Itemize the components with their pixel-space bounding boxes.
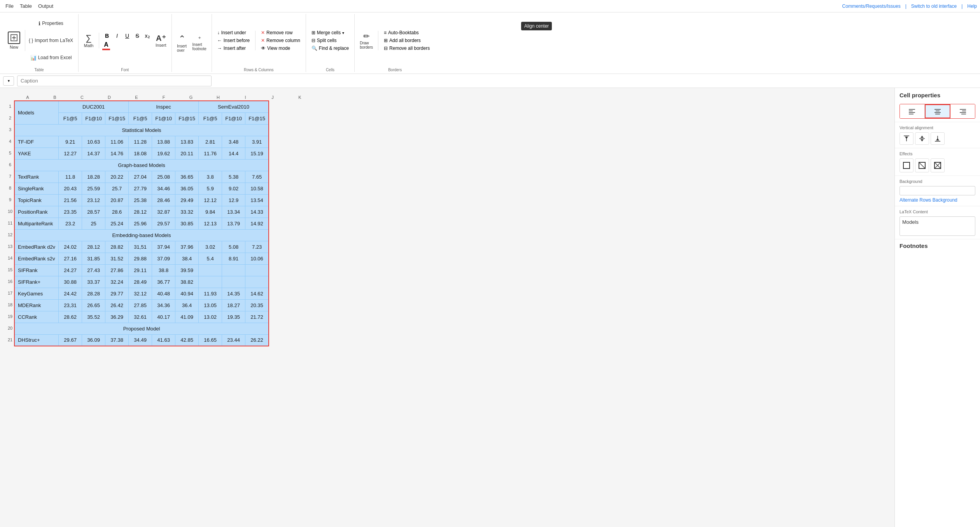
table-cell[interactable]: 28.82: [105, 241, 129, 253]
table-cell[interactable]: F1@5: [199, 112, 222, 124]
table-cell[interactable]: 3.48: [222, 136, 245, 148]
nav-file[interactable]: File: [3, 2, 16, 10]
align-center-btn[interactable]: [925, 104, 951, 118]
table-cell[interactable]: 14.35: [222, 288, 245, 299]
table-cell[interactable]: [222, 276, 245, 288]
table-cell[interactable]: 11.28: [129, 136, 152, 148]
table-cell[interactable]: SIFRank: [14, 264, 59, 276]
table-cell[interactable]: [199, 264, 222, 276]
table-cell[interactable]: 40.17: [152, 311, 175, 323]
add-all-borders-btn[interactable]: ⊞ Add all borders: [382, 37, 432, 44]
nav-table[interactable]: Table: [18, 2, 34, 10]
table-cell[interactable]: 7.65: [245, 171, 269, 183]
table-cell[interactable]: 20.11: [175, 148, 199, 159]
table-cell[interactable]: 14.92: [245, 218, 269, 229]
table-cell[interactable]: 25.24: [105, 218, 129, 229]
table-cell-section[interactable]: Embedding-based Models: [14, 229, 269, 241]
table-cell[interactable]: 3.02: [199, 241, 222, 253]
subscript-btn[interactable]: x₂: [143, 31, 152, 40]
table-cell[interactable]: 14.4: [222, 148, 245, 159]
insert-over-btn[interactable]: ⌃ Insertover: [175, 33, 189, 54]
table-cell[interactable]: 38.4: [175, 253, 199, 264]
insert-after-btn[interactable]: → Insert after: [215, 45, 252, 52]
align-right-btn[interactable]: [950, 104, 975, 118]
table-cell[interactable]: 27.43: [82, 264, 105, 276]
table-cell[interactable]: 34.49: [129, 334, 152, 346]
table-cell[interactable]: 5.4: [199, 253, 222, 264]
table-cell[interactable]: 20.43: [59, 183, 82, 194]
table-cell[interactable]: 18.08: [129, 148, 152, 159]
table-cell[interactable]: 36.05: [175, 183, 199, 194]
effect-diagonal-down-btn[interactable]: [915, 158, 929, 172]
split-cells-btn[interactable]: ⊟ Split cells: [309, 37, 351, 44]
table-cell[interactable]: [245, 276, 269, 288]
table-cell[interactable]: EmbedRank s2v: [14, 253, 59, 264]
table-cell[interactable]: 24.02: [59, 241, 82, 253]
table-cell[interactable]: Models: [14, 101, 59, 124]
table-cell[interactable]: 8.91: [222, 253, 245, 264]
table-cell[interactable]: EmbedRank d2v: [14, 241, 59, 253]
table-cell[interactable]: F1@10: [152, 112, 175, 124]
table-cell[interactable]: 12.27: [59, 148, 82, 159]
table-cell[interactable]: F1@10: [82, 112, 105, 124]
table-cell[interactable]: 38.82: [175, 276, 199, 288]
table-cell[interactable]: 40.48: [152, 288, 175, 299]
table-cell[interactable]: 7.23: [245, 241, 269, 253]
table-cell[interactable]: 3.8: [199, 171, 222, 183]
table-cell[interactable]: 32.87: [152, 206, 175, 218]
background-swatch[interactable]: [900, 186, 975, 195]
table-cell[interactable]: 32.24: [105, 276, 129, 288]
underline-btn[interactable]: U: [122, 31, 132, 40]
table-cell[interactable]: 35.52: [82, 311, 105, 323]
table-cell[interactable]: 13.79: [222, 218, 245, 229]
table-cell[interactable]: 28.49: [129, 276, 152, 288]
table-cell[interactable]: F1@15: [245, 112, 269, 124]
table-cell[interactable]: 12.13: [199, 218, 222, 229]
table-cell[interactable]: 23,31: [59, 299, 82, 311]
table-cell[interactable]: 14.37: [82, 148, 105, 159]
table-cell[interactable]: 10.06: [245, 253, 269, 264]
insert-btn[interactable]: A⁺ Insert: [154, 32, 168, 49]
table-cell[interactable]: 33.32: [175, 206, 199, 218]
table-cell[interactable]: 28.46: [152, 194, 175, 206]
import-latex-btn[interactable]: { } Import from LaTeX: [27, 33, 75, 48]
table-cell[interactable]: 20.35: [245, 299, 269, 311]
table-cell[interactable]: 11.93: [199, 288, 222, 299]
table-cell[interactable]: 31.85: [82, 253, 105, 264]
align-left-btn[interactable]: [900, 104, 925, 118]
table-cell[interactable]: 12.9: [222, 194, 245, 206]
table-cell[interactable]: 12.12: [199, 194, 222, 206]
table-cell[interactable]: SingleRank: [14, 183, 59, 194]
table-cell-section[interactable]: Proposed Model: [14, 323, 269, 334]
table-cell[interactable]: 40.94: [175, 288, 199, 299]
table-cell[interactable]: 23.12: [82, 194, 105, 206]
merge-cells-dropdown[interactable]: ▾: [342, 31, 344, 35]
table-cell[interactable]: 36.65: [175, 171, 199, 183]
table-cell[interactable]: 18.28: [82, 171, 105, 183]
table-cell[interactable]: CCRank: [14, 311, 59, 323]
table-cell[interactable]: [222, 264, 245, 276]
table-cell-section[interactable]: Statistical Models: [14, 124, 269, 136]
table-cell[interactable]: 27.04: [129, 171, 152, 183]
table-cell[interactable]: 19.35: [222, 311, 245, 323]
table-cell[interactable]: 41.09: [175, 311, 199, 323]
table-cell[interactable]: [199, 276, 222, 288]
table-cell[interactable]: 14.62: [245, 288, 269, 299]
table-cell[interactable]: 34.36: [152, 299, 175, 311]
table-cell[interactable]: 29.77: [105, 288, 129, 299]
table-cell[interactable]: F1@10: [222, 112, 245, 124]
table-cell[interactable]: 3.91: [245, 136, 269, 148]
bold-btn[interactable]: B: [102, 31, 112, 40]
table-cell[interactable]: 29.88: [129, 253, 152, 264]
table-cell[interactable]: 30.88: [59, 276, 82, 288]
switch-interface-link[interactable]: Switch to old interface: [911, 4, 957, 9]
table-cell[interactable]: 33.37: [82, 276, 105, 288]
table-cell[interactable]: 5.38: [222, 171, 245, 183]
table-cell[interactable]: 13.83: [175, 136, 199, 148]
table-cell[interactable]: 42.85: [175, 334, 199, 346]
table-cell[interactable]: 21.56: [59, 194, 82, 206]
table-cell[interactable]: 26.42: [105, 299, 129, 311]
table-cell[interactable]: 14.76: [105, 148, 129, 159]
effect-border-btn[interactable]: [900, 158, 914, 172]
strike-btn[interactable]: S: [133, 31, 142, 40]
